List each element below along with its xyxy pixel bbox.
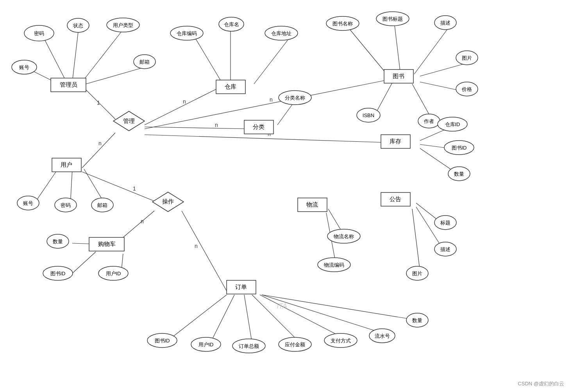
svg-text:账号: 账号 — [23, 200, 33, 206]
svg-line-13 — [375, 82, 393, 114]
svg-text:物流名称: 物流名称 — [334, 233, 354, 239]
svg-text:价格: 价格 — [461, 86, 472, 92]
svg-line-2 — [82, 32, 121, 82]
svg-text:仓库地址: 仓库地址 — [271, 30, 291, 36]
svg-text:用户: 用户 — [61, 161, 72, 168]
svg-line-38 — [145, 88, 219, 125]
svg-text:n: n — [183, 98, 186, 105]
svg-text:1: 1 — [97, 100, 100, 106]
svg-text:图书名称: 图书名称 — [332, 21, 353, 27]
svg-text:作者: 作者 — [424, 118, 434, 124]
svg-line-40 — [145, 135, 387, 143]
svg-text:仓库编码: 仓库编码 — [177, 30, 197, 36]
svg-line-19 — [35, 168, 59, 202]
svg-text:iTA: iTA — [277, 302, 287, 310]
svg-line-41 — [82, 133, 115, 168]
watermark-text: CSDN @虚幻的白云 — [518, 380, 564, 387]
svg-text:用户ID: 用户ID — [198, 342, 214, 347]
svg-line-45 — [182, 211, 227, 291]
svg-text:数量: 数量 — [53, 239, 63, 244]
svg-line-9 — [395, 25, 400, 74]
svg-text:n: n — [270, 96, 273, 103]
svg-text:订单: 订单 — [235, 283, 247, 290]
svg-text:邮箱: 邮箱 — [139, 59, 150, 65]
svg-text:描述: 描述 — [440, 246, 450, 252]
svg-line-26 — [211, 295, 234, 342]
svg-text:公告: 公告 — [390, 196, 401, 202]
svg-line-23 — [72, 252, 96, 273]
svg-text:管理: 管理 — [123, 118, 135, 124]
svg-text:支付方式: 支付方式 — [331, 338, 351, 344]
svg-text:状态: 状态 — [73, 23, 83, 29]
svg-line-5 — [195, 38, 223, 84]
svg-line-39 — [145, 127, 250, 129]
svg-text:图书ID: 图书ID — [50, 271, 66, 276]
svg-text:订单总额: 订单总额 — [239, 343, 259, 349]
svg-line-25 — [170, 295, 227, 339]
svg-text:购物车: 购物车 — [98, 241, 116, 247]
svg-line-43 — [82, 172, 154, 201]
svg-text:用户ID: 用户ID — [106, 271, 121, 276]
svg-line-27 — [244, 295, 252, 343]
svg-line-28 — [252, 295, 299, 342]
svg-text:仓库: 仓库 — [225, 83, 236, 90]
svg-text:账号: 账号 — [19, 64, 29, 70]
svg-text:操作: 操作 — [162, 198, 174, 205]
svg-line-1 — [72, 32, 78, 82]
svg-text:数量: 数量 — [454, 171, 464, 177]
svg-text:图书标题: 图书标题 — [383, 16, 403, 22]
svg-line-8 — [350, 29, 387, 74]
svg-text:图书: 图书 — [393, 73, 404, 79]
svg-text:n: n — [195, 243, 198, 249]
svg-line-11 — [420, 64, 465, 76]
svg-text:分类: 分类 — [253, 123, 265, 130]
svg-text:图书ID: 图书ID — [155, 338, 170, 344]
svg-line-36 — [412, 209, 420, 271]
svg-text:流水号: 流水号 — [375, 333, 390, 339]
svg-text:数量: 数量 — [412, 317, 422, 323]
svg-text:ISBN: ISBN — [363, 112, 374, 118]
svg-line-4 — [86, 67, 145, 84]
svg-text:分类名称: 分类名称 — [285, 95, 305, 101]
svg-text:管理员: 管理员 — [60, 81, 77, 88]
svg-line-7 — [254, 38, 289, 84]
svg-text:密码: 密码 — [61, 202, 71, 208]
svg-text:邮箱: 邮箱 — [97, 202, 107, 208]
svg-text:n: n — [141, 218, 144, 225]
svg-text:图片: 图片 — [412, 271, 422, 276]
svg-text:密码: 密码 — [34, 30, 44, 36]
svg-text:仓库名: 仓库名 — [224, 21, 239, 27]
svg-text:库存: 库存 — [390, 138, 401, 144]
svg-text:仓库ID: 仓库ID — [445, 121, 460, 127]
svg-text:图片: 图片 — [462, 55, 472, 61]
svg-text:n: n — [215, 122, 218, 128]
svg-line-0 — [45, 40, 66, 82]
svg-text:图书ID: 图书ID — [452, 145, 467, 151]
svg-text:物流: 物流 — [306, 201, 318, 208]
svg-text:描述: 描述 — [440, 20, 450, 26]
svg-text:n: n — [98, 140, 102, 146]
svg-text:用户类型: 用户类型 — [113, 22, 133, 28]
svg-line-30 — [262, 295, 385, 334]
svg-text:标题: 标题 — [440, 220, 450, 226]
svg-text:物流编码: 物流编码 — [324, 262, 344, 268]
svg-text:应付金额: 应付金额 — [285, 342, 305, 347]
svg-text:1: 1 — [133, 185, 136, 192]
svg-line-10 — [414, 29, 447, 74]
